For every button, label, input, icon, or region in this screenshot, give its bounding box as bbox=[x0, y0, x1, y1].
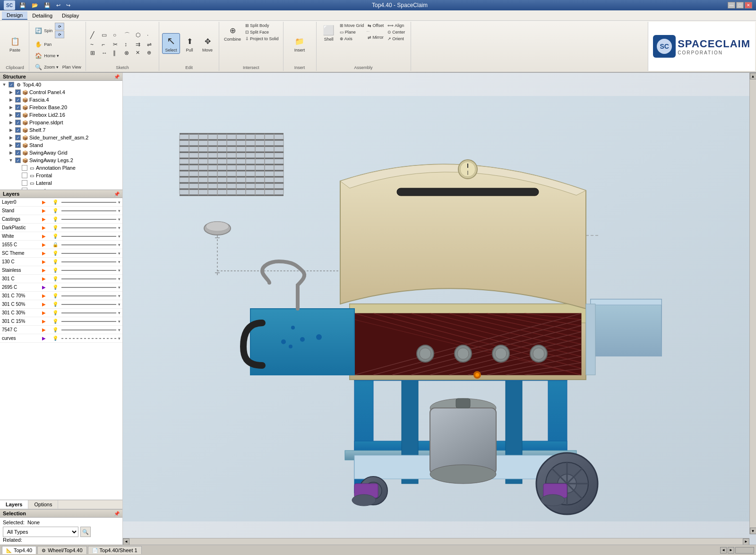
tab-scroll-left[interactable]: ◄ bbox=[720, 547, 727, 554]
layer-bulb-301 C[interactable]: 💡 bbox=[52, 276, 59, 282]
layer-menu-Castings[interactable]: ▾ bbox=[118, 217, 120, 222]
tree-item-firebox_base[interactable]: ▶✓📦Firebox Base.20 bbox=[0, 104, 122, 111]
qat-undo[interactable]: ↩ bbox=[55, 2, 62, 9]
layer-menu-301 C 15%[interactable]: ▾ bbox=[118, 319, 120, 324]
layer-bulb-Stainless[interactable]: 💡 bbox=[52, 267, 59, 274]
scroll-down-button[interactable]: ▼ bbox=[750, 528, 756, 534]
sketch-offset[interactable]: ⇉ bbox=[134, 41, 145, 48]
layer-row-Stainless[interactable]: Stainless▶💡▾ bbox=[0, 266, 122, 275]
layer-menu-Layer0[interactable]: ▾ bbox=[118, 200, 120, 205]
sketch-extend[interactable]: ↕ bbox=[123, 41, 133, 48]
tree-item-swingaway_legs[interactable]: ▼✓📦SwingAway Legs.2 bbox=[0, 156, 122, 164]
tab-scroll-right[interactable]: ► bbox=[728, 547, 734, 554]
layer-vis-DarkPlastic[interactable]: ▶ bbox=[40, 225, 48, 231]
move-button[interactable]: ✥ Move bbox=[199, 34, 216, 53]
scroll-right-button[interactable]: ► bbox=[743, 538, 749, 545]
sketch-mirror[interactable]: ⇌ bbox=[146, 41, 156, 48]
tree-checkbox-frontal[interactable] bbox=[22, 173, 27, 178]
selection-type-dropdown[interactable]: All Types bbox=[3, 527, 78, 537]
split-face-button[interactable]: ⊡ Split Face bbox=[244, 29, 280, 35]
layer-row-2695-C[interactable]: 2695 C▶💡▾ bbox=[0, 283, 122, 292]
tree-checkbox-side_burner[interactable]: ✓ bbox=[15, 135, 21, 140]
sketch-x2[interactable]: ⊕ bbox=[146, 49, 156, 57]
sketch-x1[interactable]: ✕ bbox=[134, 49, 145, 57]
spin-button[interactable]: 🔄 Spin bbox=[32, 26, 54, 36]
tree-checkbox-fascia[interactable]: ✓ bbox=[15, 97, 21, 103]
pull-button[interactable]: ⬆ Pull bbox=[181, 34, 198, 53]
layer-bulb-DarkPlastic[interactable]: 💡 bbox=[52, 225, 59, 231]
tree-expand-cpanel[interactable]: ▶ bbox=[8, 89, 14, 95]
tree-checkbox-propane[interactable]: ✓ bbox=[15, 120, 21, 125]
layer-vis-curves[interactable]: ▶ bbox=[40, 335, 48, 342]
tree-item-propane[interactable]: ▶✓📦Propane.sldprt bbox=[0, 119, 122, 126]
layer-menu-301 C 30%[interactable]: ▾ bbox=[118, 311, 120, 315]
sketch-rect[interactable]: ▭ bbox=[100, 31, 111, 40]
qat-save[interactable]: 💾 bbox=[43, 2, 52, 9]
layer-row-DarkPlastic[interactable]: DarkPlastic▶💡▾ bbox=[0, 224, 122, 232]
sketch-arc[interactable]: ⌒ bbox=[123, 31, 133, 40]
tree-item-seat[interactable]: ▭seat bbox=[0, 187, 122, 190]
tree-item-cpanel[interactable]: ▶✓📦Control Panel.4 bbox=[0, 88, 122, 96]
layer-row-Stand[interactable]: Stand▶💡▾ bbox=[0, 207, 122, 215]
select-button[interactable]: ↖ Select bbox=[162, 33, 180, 54]
tree-checkbox-swingaway_grid[interactable]: ✓ bbox=[15, 150, 21, 156]
tree-item-swingaway_grid[interactable]: ▶✓📦SwingAway Grid bbox=[0, 149, 122, 156]
split-body-button[interactable]: ⊞ Split Body bbox=[244, 23, 280, 28]
layer-bulb-130 C[interactable]: 💡 bbox=[52, 259, 59, 265]
layer-menu-Stainless[interactable]: ▾ bbox=[118, 268, 120, 273]
move-grid-button[interactable]: ⊞ Move Grid bbox=[338, 23, 366, 28]
tree-checkbox-swingaway_legs[interactable]: ✓ bbox=[15, 157, 21, 163]
scroll-up-button[interactable]: ▲ bbox=[750, 73, 756, 79]
insert-button[interactable]: 📁 Insert bbox=[291, 34, 308, 53]
tree-expand-fascia[interactable]: ▶ bbox=[8, 96, 14, 103]
sketch-con[interactable]: ∥ bbox=[112, 49, 122, 57]
zoom-button[interactable]: 🔍 Zoom ▾ bbox=[32, 62, 60, 72]
layer-vis-7547 C[interactable]: ▶ bbox=[40, 327, 48, 333]
tree-checkbox-firebox_lid[interactable]: ✓ bbox=[15, 112, 21, 118]
tree-expand-swingaway_legs[interactable]: ▼ bbox=[8, 157, 14, 164]
paste-button[interactable]: 📋 Paste bbox=[7, 34, 24, 53]
layer-row-301-C-70%[interactable]: 301 C 70%▶💡▾ bbox=[0, 292, 122, 300]
viewport[interactable]: ▲ ▼ ◄ ► bbox=[123, 73, 756, 545]
layer-menu-Stand[interactable]: ▾ bbox=[118, 208, 120, 213]
tree-expand-anno_plane[interactable] bbox=[14, 165, 21, 171]
spin-thumbnail-1[interactable]: ⟳ bbox=[55, 23, 64, 30]
center-button[interactable]: ⊙ Center bbox=[386, 29, 406, 35]
sketch-fillet[interactable]: ⌐ bbox=[100, 41, 111, 48]
tree-item-anno_plane[interactable]: ▭Annotation Plane bbox=[0, 164, 122, 172]
tree-expand-propane[interactable]: ▶ bbox=[8, 119, 14, 126]
tree-expand-lateral[interactable] bbox=[14, 180, 21, 186]
layer-menu-SC Theme[interactable]: ▾ bbox=[118, 251, 120, 256]
tree-expand-seat[interactable] bbox=[14, 187, 21, 190]
layer-bulb-White[interactable]: 💡 bbox=[52, 233, 59, 240]
layer-bulb-7547 C[interactable]: 💡 bbox=[52, 327, 59, 333]
tab-sheet1[interactable]: 📄 Top4.40/Sheet 1 bbox=[88, 546, 142, 554]
plan-view-button[interactable]: Plan View bbox=[61, 64, 83, 70]
offset-button[interactable]: ⇆ Offset bbox=[366, 23, 385, 28]
layer-bulb-Layer0[interactable]: 💡 bbox=[52, 199, 59, 206]
layer-menu-White[interactable]: ▾ bbox=[118, 234, 120, 239]
layer-row-301-C-50%[interactable]: 301 C 50%▶💡▾ bbox=[0, 300, 122, 309]
layer-menu-curves[interactable]: ▾ bbox=[118, 336, 120, 341]
viewport-scrollbar-right[interactable]: ▲ ▼ bbox=[749, 73, 756, 534]
tree-item-fascia[interactable]: ▶✓📦Fascia.4 bbox=[0, 96, 122, 104]
layer-bulb-301 C 50%[interactable]: 💡 bbox=[52, 301, 59, 308]
sketch-line[interactable]: ╱ bbox=[89, 31, 99, 40]
layer-vis-301 C 50%[interactable]: ▶ bbox=[40, 301, 48, 308]
layer-vis-White[interactable]: ▶ bbox=[40, 233, 48, 240]
layer-vis-Layer0[interactable]: ▶ bbox=[40, 199, 48, 206]
sketch-fix[interactable]: ⊗ bbox=[123, 49, 133, 57]
tree-expand-frontal[interactable] bbox=[14, 172, 21, 179]
tree-item-side_burner[interactable]: ▶✓📦Side_burner_shelf_asm.2 bbox=[0, 134, 122, 141]
tree-checkbox-firebox_base[interactable]: ✓ bbox=[15, 104, 21, 110]
layer-bulb-Castings[interactable]: 💡 bbox=[52, 216, 59, 223]
layer-bulb-curves[interactable]: 💡 bbox=[52, 335, 59, 342]
titlebar-controls[interactable]: — □ ✕ bbox=[728, 2, 752, 9]
layer-row-White[interactable]: White▶💡▾ bbox=[0, 232, 122, 241]
tree-expand-firebox_base[interactable]: ▶ bbox=[8, 104, 14, 111]
layer-row-301-C-30%[interactable]: 301 C 30%▶💡▾ bbox=[0, 309, 122, 317]
qat-redo[interactable]: ↪ bbox=[65, 2, 72, 9]
tab-wheel[interactable]: ⚙ Wheel/Top4.40 bbox=[37, 546, 86, 554]
layer-bulb-301 C 70%[interactable]: 💡 bbox=[52, 293, 59, 299]
tree-expand-side_burner[interactable]: ▶ bbox=[8, 134, 14, 141]
